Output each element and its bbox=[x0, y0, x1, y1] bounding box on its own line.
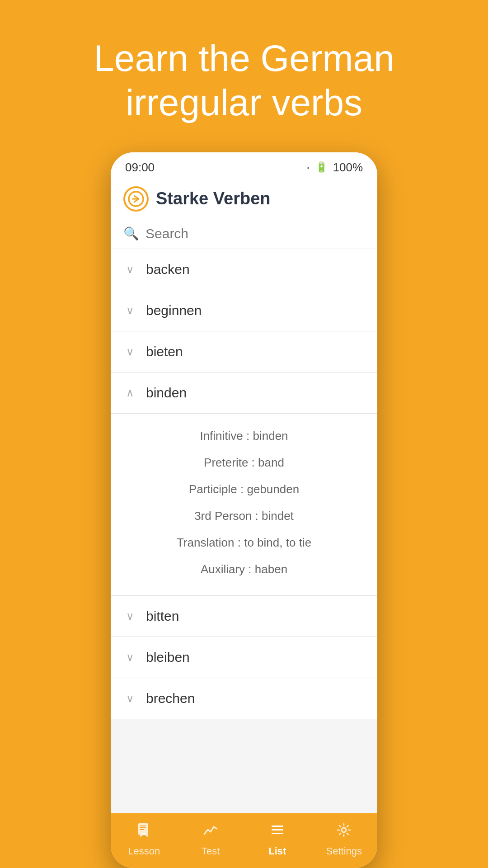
hero-title: Learn the German irregular verbs bbox=[0, 36, 488, 125]
chevron-down-icon: ∨ bbox=[123, 304, 137, 317]
verb-detail-auxiliary: Auxiliary : haben bbox=[123, 556, 365, 583]
search-icon: 🔍 bbox=[123, 226, 139, 241]
gear-icon bbox=[335, 821, 352, 843]
verb-name: bieten bbox=[146, 344, 183, 359]
list-item[interactable]: ∧ binden bbox=[111, 373, 377, 414]
verb-detail-participle: Participle : gebunden bbox=[123, 476, 365, 503]
app-logo bbox=[123, 186, 149, 212]
nav-list[interactable]: List bbox=[255, 821, 300, 857]
nav-list-label: List bbox=[268, 845, 286, 857]
svg-rect-5 bbox=[272, 826, 283, 827]
status-right: · 🔋 100% bbox=[306, 160, 363, 175]
app-header: Starke Verben bbox=[111, 179, 377, 221]
search-bar[interactable]: 🔍 bbox=[111, 221, 377, 249]
nav-settings[interactable]: Settings bbox=[321, 821, 366, 857]
svg-point-8 bbox=[342, 828, 346, 832]
battery-level: 100% bbox=[333, 160, 363, 175]
app-title: Starke Verben bbox=[156, 189, 270, 208]
chevron-down-icon: ∨ bbox=[123, 610, 137, 623]
svg-rect-7 bbox=[272, 833, 283, 834]
lesson-icon bbox=[136, 821, 153, 843]
signal-icon: · bbox=[306, 160, 310, 175]
bottom-nav: Lesson Test List bbox=[111, 813, 377, 868]
svg-rect-4 bbox=[140, 829, 144, 830]
battery-icon: 🔋 bbox=[315, 161, 328, 173]
chevron-down-icon: ∨ bbox=[123, 692, 137, 705]
chevron-down-icon: ∨ bbox=[123, 651, 137, 664]
verb-name: bitten bbox=[146, 609, 179, 624]
verb-detail-translation: Translation : to bind, to tie bbox=[123, 529, 365, 556]
list-item[interactable]: ∨ brechen bbox=[111, 678, 377, 719]
list-item[interactable]: ∨ backen bbox=[111, 249, 377, 290]
status-bar: 09:00 · 🔋 100% bbox=[111, 152, 377, 179]
verb-detail-infinitive: Infinitive : binden bbox=[123, 423, 365, 449]
nav-test-label: Test bbox=[202, 845, 220, 857]
chevron-down-icon: ∨ bbox=[123, 345, 137, 358]
test-icon bbox=[202, 821, 219, 843]
list-item[interactable]: ∨ bitten bbox=[111, 596, 377, 637]
list-item[interactable]: ∨ bleiben bbox=[111, 637, 377, 678]
nav-test[interactable]: Test bbox=[188, 821, 233, 857]
verb-detail-3rd-person: 3rd Person : bindet bbox=[123, 503, 365, 529]
verb-name: binden bbox=[146, 385, 187, 401]
nav-settings-label: Settings bbox=[326, 845, 362, 857]
verb-list: ∨ backen ∨ beginnen ∨ bieten ∧ binden In… bbox=[111, 249, 377, 813]
svg-rect-3 bbox=[140, 827, 146, 828]
verb-detail-preterite: Preterite : band bbox=[123, 449, 365, 476]
list-item[interactable]: ∨ bieten bbox=[111, 331, 377, 373]
chevron-down-icon: ∨ bbox=[123, 263, 137, 276]
nav-lesson[interactable]: Lesson bbox=[122, 821, 167, 857]
svg-rect-6 bbox=[272, 829, 283, 830]
verb-name: backen bbox=[146, 262, 190, 277]
phone-frame: 09:00 · 🔋 100% Starke Verben 🔍 ∨ backen bbox=[111, 152, 377, 868]
search-input[interactable] bbox=[145, 226, 365, 241]
verb-detail-panel: Infinitive : binden Preterite : band Par… bbox=[111, 414, 377, 596]
svg-rect-2 bbox=[140, 826, 146, 826]
verb-name: brechen bbox=[146, 691, 195, 706]
verb-name: bleiben bbox=[146, 650, 190, 665]
chevron-up-icon: ∧ bbox=[123, 387, 137, 399]
nav-lesson-label: Lesson bbox=[128, 845, 160, 857]
list-icon bbox=[269, 821, 286, 843]
list-item[interactable]: ∨ beginnen bbox=[111, 290, 377, 331]
status-time: 09:00 bbox=[125, 160, 155, 175]
verb-name: beginnen bbox=[146, 303, 202, 318]
